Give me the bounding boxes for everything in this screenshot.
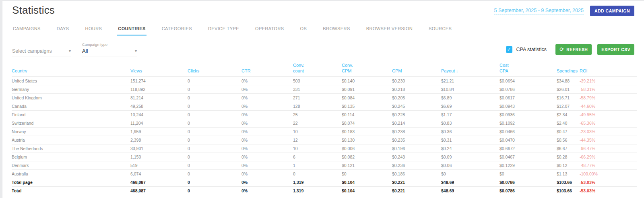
cell-value: $0.114 [342,110,392,119]
select-campaigns-dropdown[interactable]: Select campaigns ▾ [12,48,71,56]
cell-value: $0.218 [392,85,441,93]
cell-value: 0 [293,169,342,178]
table-row: Denmark51900%1$0.121$0.236$0.06$0.1229$0… [12,161,637,169]
column-header-country[interactable]: Country [12,62,130,76]
cell-value: 0 [188,102,242,110]
cell-value: $0.36 [441,127,500,136]
add-campaign-button[interactable]: ADD CAMPAIGN [590,6,634,16]
column-header-conv-count[interactable]: Conv.count [293,62,342,76]
campaign-type-dropdown[interactable]: All ▾ [82,48,137,56]
cpa-statistics-checkbox[interactable]: ✓ CPA statistics [506,46,547,53]
cell-value: $0.1229 [500,161,557,169]
tab-browser-version[interactable]: BROWSER VERSION [365,22,413,36]
cell-value: 22 [293,119,342,127]
tab-browsers[interactable]: BROWSERS [322,22,351,36]
cell-country: Australia [12,169,130,178]
cell-value: 6 [293,153,342,161]
statistics-page: Statistics 5 September, 2025 - 9 Septemb… [2,1,644,198]
table-row: The Netherlands33,90100%10$0.006$0.196$0… [12,144,637,153]
cell-value: 1,959 [130,127,188,136]
cell-value: $0.0694 [500,76,557,85]
cell-value: $0.0617 [500,93,557,102]
tab-device-type[interactable]: DEVICE TYPE [207,22,240,36]
cell-value: 503 [293,76,342,85]
table-row: Australia6,07400%0$0$0.186$0$0$1.13-100.… [12,169,637,178]
cell-value: 0 [188,136,242,144]
tab-categories[interactable]: CATEGORIES [161,22,193,36]
cell-value: $12.07 [557,102,580,110]
cell-value: $0.228 [392,110,441,119]
column-header-cost-cpa[interactable]: CostCPA [500,62,557,76]
column-header-payout[interactable]: Payout ↓ [441,62,500,76]
column-header-clicks[interactable]: Clicks [188,62,242,76]
cell-country: The Netherlands [12,144,130,153]
cell-value: 151,274 [130,76,188,85]
cell-value: $0.135 [342,102,392,110]
cell-value: $6.67 [557,144,580,153]
column-header-roi[interactable]: ROI [580,62,637,76]
cell-value: $0.0470 [500,136,557,144]
cell-value: 118,892 [130,85,188,93]
tab-hours[interactable]: HOURS [85,22,103,36]
cell-value: $0.0786 [500,178,557,186]
cell-value: $0.235 [392,136,441,144]
table-row: Finland10,24400%25$0.114$0.228$1.17$0.09… [12,110,637,119]
cell-value: $0.28 [557,153,580,161]
header-row: CountryViewsClicksCTRConv.countConv.CPMC… [12,62,637,76]
cell-value: $0.196 [392,144,441,153]
table-row: Switzerland11,20400%22$0.074$0.214$0.83$… [12,119,637,127]
column-header-conv-cpm[interactable]: Conv.CPM [342,62,392,76]
cell-value: 0% [242,178,293,186]
cell-value: $0.0467 [500,153,557,161]
refresh-label: REFRESH [566,47,588,52]
statistics-table: CountryViewsClicksCTRConv.countConv.CPMC… [12,62,637,195]
cell-value: $0.6672 [500,144,557,153]
cell-value: $0.24 [441,144,500,153]
table-row: United States151,27400%503$0.140$0.230$2… [12,76,637,85]
cell-value: $48.69 [441,178,500,186]
cell-value: $0.238 [392,127,441,136]
cell-value: $0.245 [392,102,441,110]
cell-value: 0% [242,136,293,144]
refresh-button[interactable]: ⟳ REFRESH [555,44,592,55]
tab-os[interactable]: OS [299,22,308,36]
cell-country: United Kingdom [12,93,130,102]
cell-value: $0.091 [342,85,392,93]
cell-value: $0.1092 [500,119,557,127]
tab-sources[interactable]: SOURCES [428,22,452,36]
table-row: Canada49,25800%128$0.135$0.245$6.69$0.09… [12,102,637,110]
date-range-picker[interactable]: 5 September, 2025 - 9 September, 2025 [494,8,584,14]
export-csv-button[interactable]: EXPORT CSV [597,44,634,55]
cell-value: 0 [188,110,242,119]
cell-value: -49.95% [580,110,637,119]
cell-value: 0 [188,93,242,102]
cell-value: -39.21% [580,76,637,85]
cell-country: Total page [12,178,130,186]
cell-value: 11,204 [130,119,188,127]
total-row: Total page468,08700%1,319$0.104$0.221$48… [12,178,637,186]
cell-value: 0% [242,102,293,110]
tab-operators[interactable]: OPERATORS [254,22,285,36]
cell-value: -44.35% [580,136,637,144]
cell-value: $0.12 [557,161,580,169]
refresh-icon: ⟳ [559,47,564,52]
column-header-cpm[interactable]: CPM [392,62,441,76]
tabs-bar: CAMPAIGNSDAYSHOURSCOUNTRIESCATEGORIESDEV… [2,22,644,36]
tab-days[interactable]: DAYS [56,22,70,36]
column-header-spendings[interactable]: Spendings [557,62,580,76]
cell-value: 0% [242,153,293,161]
column-header-views[interactable]: Views [130,62,188,76]
cell-value: -58.31% [580,85,637,93]
tab-countries[interactable]: COUNTRIES [117,22,146,36]
cell-value: $0.214 [392,119,441,127]
cell-value: $0.183 [342,127,392,136]
checkbox-checked-icon[interactable]: ✓ [506,46,512,53]
cell-value: 0% [242,169,293,178]
table-row: Belgium1,15000%6$0.082$0.243$0.09$0.0467… [12,153,637,161]
cell-value: $0 [500,169,557,178]
cell-value: $2.40 [557,119,580,127]
cell-value: $1.13 [557,169,580,178]
tab-campaigns[interactable]: CAMPAIGNS [12,22,41,36]
column-header-ctr[interactable]: CTR [242,62,293,76]
cell-value: 1 [293,161,342,169]
